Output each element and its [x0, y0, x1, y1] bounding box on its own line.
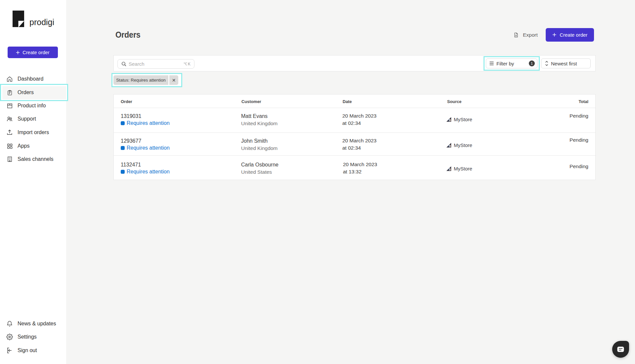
svg-text:B: B — [449, 144, 451, 148]
svg-text:B: B — [449, 168, 451, 171]
svg-text:B: B — [449, 119, 451, 122]
